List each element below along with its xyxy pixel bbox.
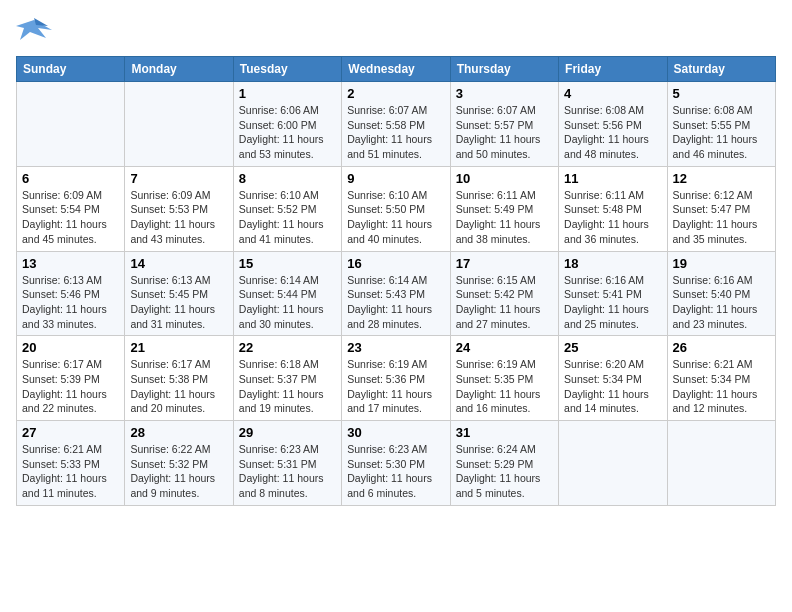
weekday-header-wednesday: Wednesday — [342, 57, 450, 82]
day-number: 9 — [347, 171, 444, 186]
day-number: 13 — [22, 256, 119, 271]
page-header — [16, 16, 776, 44]
day-info: Sunrise: 6:21 AMSunset: 5:33 PMDaylight:… — [22, 442, 119, 501]
day-number: 2 — [347, 86, 444, 101]
calendar-cell: 12Sunrise: 6:12 AMSunset: 5:47 PMDayligh… — [667, 166, 775, 251]
calendar-cell: 4Sunrise: 6:08 AMSunset: 5:56 PMDaylight… — [559, 82, 667, 167]
day-number: 4 — [564, 86, 661, 101]
calendar-cell: 14Sunrise: 6:13 AMSunset: 5:45 PMDayligh… — [125, 251, 233, 336]
day-info: Sunrise: 6:19 AMSunset: 5:35 PMDaylight:… — [456, 357, 553, 416]
day-info: Sunrise: 6:21 AMSunset: 5:34 PMDaylight:… — [673, 357, 770, 416]
day-number: 6 — [22, 171, 119, 186]
weekday-header-tuesday: Tuesday — [233, 57, 341, 82]
day-info: Sunrise: 6:16 AMSunset: 5:41 PMDaylight:… — [564, 273, 661, 332]
day-info: Sunrise: 6:09 AMSunset: 5:53 PMDaylight:… — [130, 188, 227, 247]
day-number: 1 — [239, 86, 336, 101]
day-info: Sunrise: 6:11 AMSunset: 5:49 PMDaylight:… — [456, 188, 553, 247]
day-number: 15 — [239, 256, 336, 271]
day-number: 24 — [456, 340, 553, 355]
day-number: 23 — [347, 340, 444, 355]
calendar-cell: 28Sunrise: 6:22 AMSunset: 5:32 PMDayligh… — [125, 421, 233, 506]
day-number: 27 — [22, 425, 119, 440]
calendar-week-2: 6Sunrise: 6:09 AMSunset: 5:54 PMDaylight… — [17, 166, 776, 251]
calendar-cell — [667, 421, 775, 506]
day-info: Sunrise: 6:24 AMSunset: 5:29 PMDaylight:… — [456, 442, 553, 501]
weekday-header-monday: Monday — [125, 57, 233, 82]
day-number: 21 — [130, 340, 227, 355]
calendar-cell: 21Sunrise: 6:17 AMSunset: 5:38 PMDayligh… — [125, 336, 233, 421]
day-number: 22 — [239, 340, 336, 355]
day-info: Sunrise: 6:17 AMSunset: 5:39 PMDaylight:… — [22, 357, 119, 416]
calendar-cell: 25Sunrise: 6:20 AMSunset: 5:34 PMDayligh… — [559, 336, 667, 421]
calendar-week-3: 13Sunrise: 6:13 AMSunset: 5:46 PMDayligh… — [17, 251, 776, 336]
day-number: 28 — [130, 425, 227, 440]
day-number: 20 — [22, 340, 119, 355]
calendar-cell — [559, 421, 667, 506]
calendar-cell: 18Sunrise: 6:16 AMSunset: 5:41 PMDayligh… — [559, 251, 667, 336]
calendar-cell: 30Sunrise: 6:23 AMSunset: 5:30 PMDayligh… — [342, 421, 450, 506]
day-number: 12 — [673, 171, 770, 186]
day-number: 29 — [239, 425, 336, 440]
day-info: Sunrise: 6:15 AMSunset: 5:42 PMDaylight:… — [456, 273, 553, 332]
calendar-cell: 22Sunrise: 6:18 AMSunset: 5:37 PMDayligh… — [233, 336, 341, 421]
day-number: 18 — [564, 256, 661, 271]
day-info: Sunrise: 6:06 AMSunset: 6:00 PMDaylight:… — [239, 103, 336, 162]
day-info: Sunrise: 6:22 AMSunset: 5:32 PMDaylight:… — [130, 442, 227, 501]
day-info: Sunrise: 6:23 AMSunset: 5:31 PMDaylight:… — [239, 442, 336, 501]
weekday-header-sunday: Sunday — [17, 57, 125, 82]
day-number: 5 — [673, 86, 770, 101]
calendar-cell: 10Sunrise: 6:11 AMSunset: 5:49 PMDayligh… — [450, 166, 558, 251]
svg-marker-0 — [16, 20, 52, 40]
calendar-cell — [17, 82, 125, 167]
weekday-header-friday: Friday — [559, 57, 667, 82]
day-info: Sunrise: 6:20 AMSunset: 5:34 PMDaylight:… — [564, 357, 661, 416]
calendar-week-5: 27Sunrise: 6:21 AMSunset: 5:33 PMDayligh… — [17, 421, 776, 506]
svg-marker-1 — [34, 18, 48, 26]
calendar-cell: 5Sunrise: 6:08 AMSunset: 5:55 PMDaylight… — [667, 82, 775, 167]
logo — [16, 16, 56, 44]
calendar-header: SundayMondayTuesdayWednesdayThursdayFrid… — [17, 57, 776, 82]
calendar-cell: 26Sunrise: 6:21 AMSunset: 5:34 PMDayligh… — [667, 336, 775, 421]
calendar-cell: 3Sunrise: 6:07 AMSunset: 5:57 PMDaylight… — [450, 82, 558, 167]
day-info: Sunrise: 6:12 AMSunset: 5:47 PMDaylight:… — [673, 188, 770, 247]
calendar-cell: 31Sunrise: 6:24 AMSunset: 5:29 PMDayligh… — [450, 421, 558, 506]
day-info: Sunrise: 6:08 AMSunset: 5:55 PMDaylight:… — [673, 103, 770, 162]
day-info: Sunrise: 6:14 AMSunset: 5:44 PMDaylight:… — [239, 273, 336, 332]
day-number: 3 — [456, 86, 553, 101]
calendar-cell: 19Sunrise: 6:16 AMSunset: 5:40 PMDayligh… — [667, 251, 775, 336]
calendar-cell: 24Sunrise: 6:19 AMSunset: 5:35 PMDayligh… — [450, 336, 558, 421]
day-info: Sunrise: 6:16 AMSunset: 5:40 PMDaylight:… — [673, 273, 770, 332]
day-number: 30 — [347, 425, 444, 440]
calendar-cell: 15Sunrise: 6:14 AMSunset: 5:44 PMDayligh… — [233, 251, 341, 336]
day-number: 7 — [130, 171, 227, 186]
calendar-cell: 23Sunrise: 6:19 AMSunset: 5:36 PMDayligh… — [342, 336, 450, 421]
calendar-cell — [125, 82, 233, 167]
calendar-week-4: 20Sunrise: 6:17 AMSunset: 5:39 PMDayligh… — [17, 336, 776, 421]
day-number: 19 — [673, 256, 770, 271]
day-info: Sunrise: 6:23 AMSunset: 5:30 PMDaylight:… — [347, 442, 444, 501]
calendar-cell: 8Sunrise: 6:10 AMSunset: 5:52 PMDaylight… — [233, 166, 341, 251]
weekday-header-saturday: Saturday — [667, 57, 775, 82]
logo-icon — [16, 16, 52, 44]
calendar-cell: 11Sunrise: 6:11 AMSunset: 5:48 PMDayligh… — [559, 166, 667, 251]
day-info: Sunrise: 6:08 AMSunset: 5:56 PMDaylight:… — [564, 103, 661, 162]
day-info: Sunrise: 6:07 AMSunset: 5:58 PMDaylight:… — [347, 103, 444, 162]
calendar-cell: 2Sunrise: 6:07 AMSunset: 5:58 PMDaylight… — [342, 82, 450, 167]
day-number: 16 — [347, 256, 444, 271]
calendar-table: SundayMondayTuesdayWednesdayThursdayFrid… — [16, 56, 776, 506]
calendar-cell: 1Sunrise: 6:06 AMSunset: 6:00 PMDaylight… — [233, 82, 341, 167]
calendar-cell: 9Sunrise: 6:10 AMSunset: 5:50 PMDaylight… — [342, 166, 450, 251]
day-number: 11 — [564, 171, 661, 186]
calendar-cell: 6Sunrise: 6:09 AMSunset: 5:54 PMDaylight… — [17, 166, 125, 251]
calendar-cell: 29Sunrise: 6:23 AMSunset: 5:31 PMDayligh… — [233, 421, 341, 506]
day-number: 26 — [673, 340, 770, 355]
day-info: Sunrise: 6:10 AMSunset: 5:52 PMDaylight:… — [239, 188, 336, 247]
calendar-week-1: 1Sunrise: 6:06 AMSunset: 6:00 PMDaylight… — [17, 82, 776, 167]
day-info: Sunrise: 6:13 AMSunset: 5:46 PMDaylight:… — [22, 273, 119, 332]
day-info: Sunrise: 6:11 AMSunset: 5:48 PMDaylight:… — [564, 188, 661, 247]
calendar-cell: 17Sunrise: 6:15 AMSunset: 5:42 PMDayligh… — [450, 251, 558, 336]
day-info: Sunrise: 6:17 AMSunset: 5:38 PMDaylight:… — [130, 357, 227, 416]
calendar-cell: 16Sunrise: 6:14 AMSunset: 5:43 PMDayligh… — [342, 251, 450, 336]
calendar-cell: 20Sunrise: 6:17 AMSunset: 5:39 PMDayligh… — [17, 336, 125, 421]
day-number: 25 — [564, 340, 661, 355]
